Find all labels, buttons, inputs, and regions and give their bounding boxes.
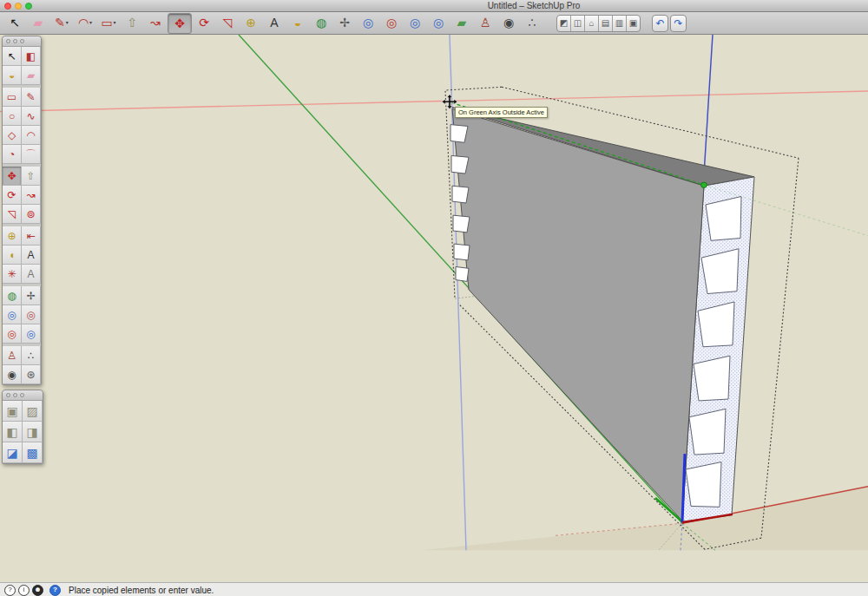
component-tool[interactable]: ◧ [22, 47, 41, 66]
select-icon: ↖ [10, 16, 20, 29]
trim-tool[interactable]: ◪ [3, 442, 23, 463]
scale-tool[interactable]: ◹ [3, 205, 22, 224]
zoom-tool[interactable]: ◎ [357, 13, 379, 32]
palette-row: ◔⌒ [3, 145, 41, 164]
split-tool[interactable]: ▩ [23, 442, 43, 463]
dropdown-arrow-icon[interactable]: ▾ [89, 19, 92, 25]
section-plane-tool[interactable]: ⊛ [22, 365, 41, 384]
axes-tool[interactable]: ✳ [3, 265, 22, 284]
zoom-extents-tool[interactable]: ◎ [380, 13, 403, 32]
follow-me-tool[interactable]: ↝ [144, 13, 167, 32]
zoom-window-tool[interactable]: ◎ [22, 305, 41, 324]
previous-icon: ◎ [26, 329, 35, 339]
outer-shell-tool[interactable]: ▣ [3, 401, 23, 422]
follow-me-tool[interactable]: ↝ [22, 186, 41, 205]
polygon-tool[interactable]: ◇ [3, 126, 22, 145]
previous-tool[interactable]: ◎ [404, 13, 426, 32]
orbit-icon: ◍ [7, 291, 16, 301]
view-front-icon: ⌂ [589, 18, 594, 28]
undo-button[interactable]: ↶ [652, 15, 668, 32]
walk-tool[interactable]: ∴ [521, 13, 543, 32]
circle-tool[interactable]: ○ [3, 107, 22, 126]
palette-dot-icon [13, 393, 17, 397]
view-back-button[interactable]: ▤ [599, 16, 613, 31]
paint-bucket-icon: ◒ [294, 16, 301, 29]
rectangle-tool[interactable]: ▭▾ [97, 13, 120, 32]
eraser-tool[interactable]: ▰ [27, 13, 49, 32]
view-right-button[interactable]: ▣ [627, 16, 640, 31]
pan-tool[interactable]: ✢ [22, 286, 41, 305]
text-tool[interactable]: A [263, 13, 286, 32]
offset-tool[interactable]: ⊚ [22, 205, 41, 224]
dropdown-arrow-icon[interactable]: ▾ [114, 19, 116, 25]
text-tool[interactable]: A [22, 246, 41, 265]
line-tool[interactable]: ✎▾ [50, 13, 73, 32]
view-left-button[interactable]: ▥ [613, 16, 627, 31]
orbit-icon: ◍ [316, 16, 326, 29]
push-pull-icon: ⇧ [127, 16, 137, 29]
position-camera-tool[interactable]: ♙ [474, 13, 496, 32]
intersect-tool[interactable]: ▨ [23, 401, 43, 422]
sign-in-icon[interactable]: ☻ [32, 585, 43, 596]
next-tool[interactable]: ◎ [427, 13, 450, 32]
view-right-icon: ▣ [629, 18, 637, 28]
rotate-tool[interactable]: ⟳ [193, 13, 215, 32]
pie-tool[interactable]: ◔ [3, 145, 22, 164]
look-around-tool[interactable]: ◉ [497, 13, 520, 32]
arc-tool[interactable]: ◠ [22, 126, 41, 145]
view-top-button[interactable]: ◫ [571, 16, 585, 31]
pan-tool[interactable]: ✢ [333, 13, 356, 32]
palette-dot-icon [6, 393, 10, 397]
paint-bucket-tool[interactable]: ◒ [3, 66, 22, 85]
model-scene[interactable] [0, 35, 868, 582]
zoom-extents-tool[interactable]: ◎ [3, 324, 22, 344]
freehand-tool[interactable]: ∿ [22, 107, 41, 126]
palette-title-bar[interactable] [3, 390, 43, 401]
dimension-tool[interactable]: ⇤ [22, 226, 41, 246]
outer-shell-icon: ▣ [6, 405, 17, 417]
push-pull-tool[interactable]: ⇧ [22, 167, 41, 186]
union-tool[interactable]: ◧ [3, 422, 23, 442]
scale-tool[interactable]: ◹ [216, 13, 239, 32]
help-icon[interactable]: ? [49, 585, 61, 596]
orbit-tool[interactable]: ◍ [3, 286, 22, 305]
palette-title-bar[interactable] [3, 36, 41, 47]
arc-tool[interactable]: ◠▾ [74, 13, 96, 32]
rectangle-tool[interactable]: ▭ [3, 88, 22, 107]
geolocation-icon[interactable]: ? [4, 585, 16, 596]
previous-tool[interactable]: ◎ [22, 324, 41, 344]
credits-icon[interactable]: i [18, 585, 30, 596]
3d-text-tool[interactable]: A [22, 265, 41, 284]
subtract-icon: ◨ [26, 426, 37, 438]
paint-bucket-tool[interactable]: ◒ [286, 13, 309, 32]
two-point-arc-tool[interactable]: ⌒ [22, 145, 41, 164]
position-camera-tool[interactable]: ♙ [3, 346, 22, 365]
select-tool[interactable]: ↖ [3, 47, 22, 66]
view-front-button[interactable]: ⌂ [585, 16, 599, 31]
view-iso-button[interactable]: ◩ [557, 16, 571, 31]
redo-button[interactable]: ↷ [670, 15, 687, 32]
zoom-tool[interactable]: ◎ [3, 305, 22, 324]
tape-measure-tool[interactable]: ⊕ [240, 13, 262, 32]
section-plane-tool[interactable]: ▰ [450, 13, 473, 32]
rotate-tool[interactable]: ⟳ [3, 186, 22, 205]
move-tool[interactable]: ✥ [3, 167, 22, 186]
walk-tool[interactable]: ∴ [22, 346, 41, 365]
subtract-tool[interactable]: ◨ [23, 422, 43, 442]
move-tool[interactable]: ✥ [168, 13, 192, 34]
select-tool[interactable]: ↖ [3, 13, 26, 32]
solid-tools-palette[interactable]: ▣▨◧◨◪▩ [2, 390, 43, 464]
modeling-canvas[interactable]: On Green Axis Outside Active ↖◧◒▰▭✎○∿◇◠◔… [0, 35, 868, 582]
eraser-tool[interactable]: ▰ [22, 66, 41, 85]
look-around-tool[interactable]: ◉ [3, 365, 22, 384]
tape-measure-tool[interactable]: ⊕ [3, 226, 22, 246]
freehand-icon: ∿ [26, 111, 35, 121]
tool-palette[interactable]: ↖◧◒▰▭✎○∿◇◠◔⌒✥⇧⟳↝◹⊚⊕⇤◖A✳A◍✢◎◎◎◎♙∴◉⊛ [2, 36, 42, 385]
orbit-tool[interactable]: ◍ [310, 13, 332, 32]
dropdown-arrow-icon[interactable]: ▾ [66, 19, 69, 25]
protractor-tool[interactable]: ◖ [3, 246, 22, 265]
push-pull-tool[interactable]: ⇧ [121, 13, 143, 32]
tool-group: ↖▰✎▾◠▾▭▾⇧↝✥⟳◹⊕A◒◍✢◎◎◎◎▰♙◉∴ [3, 13, 543, 34]
pie-icon: ◔ [9, 149, 15, 160]
line-tool[interactable]: ✎ [22, 88, 41, 107]
